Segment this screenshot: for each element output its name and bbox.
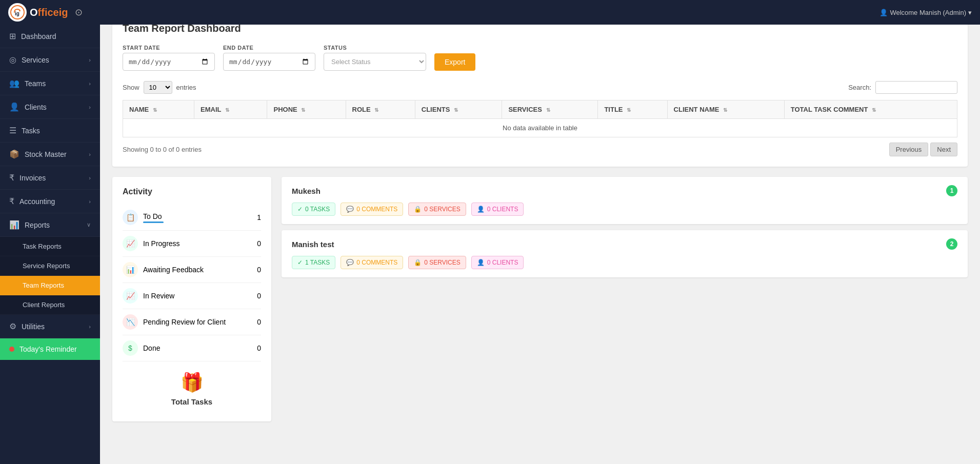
sidebar-item-service-reports[interactable]: Service Reports	[0, 256, 100, 276]
todo-count: 1	[257, 213, 261, 221]
mukesh-services-badge: 🔒 0 SERVICES	[408, 203, 466, 216]
sidebar-label-accounting: Accounting	[19, 197, 55, 206]
in-progress-icon: 📈	[123, 236, 138, 251]
user-icon: 👤	[879, 9, 888, 16]
sidebar-item-accounting[interactable]: ₹ Accounting ›	[0, 190, 100, 213]
accounting-icon: ₹	[9, 196, 14, 206]
manish-name: Manish test	[292, 240, 334, 249]
col-phone[interactable]: PHONE ⇅	[267, 100, 346, 119]
todo-icon: 📋	[123, 210, 138, 225]
mukesh-tasks-badge: ✓ 0 TASKS	[292, 203, 335, 216]
navbar: ig Officeig ⊙ 👤 Welcome Manish (Admin) ▾	[0, 0, 980, 25]
status-group: STATUS Select Status	[324, 45, 426, 71]
sidebar-item-clients[interactable]: 👤 Clients ›	[0, 95, 100, 119]
manish-services-badge: 🔒 0 SERVICES	[408, 256, 466, 269]
sidebar-item-utilities[interactable]: ⚙ Utilities ›	[0, 315, 100, 338]
mukesh-stats: ✓ 0 TASKS 💬 0 COMMENTS 🔒 0 SERVICES 👤 0 …	[292, 203, 957, 216]
col-client-name[interactable]: CLIENT NAME ⇅	[667, 100, 784, 119]
sidebar-label-clients: Clients	[25, 103, 47, 111]
invoices-icon: ₹	[9, 173, 14, 183]
comments-icon: 💬	[346, 206, 354, 213]
sidebar-label-teams: Teams	[25, 79, 46, 88]
col-total-task-comment[interactable]: TOTAL TASK COMMENT ⇅	[784, 100, 957, 119]
pending-review-icon: 📉	[123, 314, 138, 330]
manish-badge: 2	[946, 238, 957, 250]
sidebar-item-team-reports[interactable]: Team Reports	[0, 276, 100, 295]
todo-label: To Do	[143, 212, 164, 220]
reminder-dot	[9, 347, 14, 352]
awaiting-count: 0	[257, 266, 261, 274]
sidebar-label-tasks: Tasks	[22, 127, 40, 135]
sidebar-item-dashboard[interactable]: ⊞ Dashboard	[0, 25, 100, 48]
sidebar-item-tasks[interactable]: ☰ Tasks	[0, 119, 100, 143]
in-review-label: In Review	[143, 292, 174, 300]
clients-chevron: ›	[89, 104, 91, 110]
mukesh-name: Mukesh	[292, 187, 321, 195]
sidebar-item-services[interactable]: ◎ Services ›	[0, 48, 100, 72]
next-button[interactable]: Next	[930, 143, 957, 156]
utilities-icon: ⚙	[9, 321, 16, 331]
start-date-input[interactable]	[123, 53, 215, 71]
teams-chevron: ›	[89, 80, 91, 87]
showing-text: Showing 0 to 0 of 0 entries	[123, 146, 202, 153]
invoices-chevron: ›	[89, 175, 91, 181]
manish-tasks-check-icon: ✓	[297, 259, 303, 266]
manish-comments-badge: 💬 0 COMMENTS	[341, 256, 403, 269]
sidebar-label-services: Services	[22, 56, 49, 64]
stock-icon: 📦	[9, 149, 19, 159]
clients-person-icon: 👤	[477, 206, 485, 213]
search-control: Search:	[848, 81, 957, 94]
col-clients[interactable]: CLIENTS ⇅	[415, 100, 502, 119]
todo-bar	[143, 221, 164, 223]
services-chevron: ›	[89, 57, 91, 63]
mukesh-header: Mukesh 1	[292, 185, 957, 196]
pending-review-label: Pending Review for Client	[143, 318, 226, 326]
gift-icon: 🎁	[123, 372, 261, 393]
table-empty-row: No data available in table	[123, 119, 957, 137]
manish-comments-icon: 💬	[346, 259, 354, 266]
user-chevron: ▾	[968, 9, 972, 16]
filters-row: START DATE END DATE STATUS Select Status…	[123, 45, 957, 71]
status-select[interactable]: Select Status	[324, 53, 426, 71]
sidebar-item-reminder[interactable]: Today's Reminder	[0, 338, 100, 360]
dashboard-icon: ⊞	[9, 31, 16, 41]
col-role[interactable]: ROLE ⇅	[346, 100, 415, 119]
reports-submenu: Task Reports Service Reports Team Report…	[0, 237, 100, 315]
sidebar-item-reports[interactable]: 📊 Reports ∨	[0, 213, 100, 237]
table-footer: Showing 0 to 0 of 0 entries Previous Nex…	[123, 143, 957, 156]
manish-comments-label: 0 COMMENTS	[356, 259, 397, 266]
sidebar-item-teams[interactable]: 👥 Teams ›	[0, 72, 100, 95]
export-button[interactable]: Export	[434, 53, 475, 71]
bottom-row: Activity 📋 To Do 1 📈 In Progress	[112, 177, 968, 432]
search-label: Search:	[848, 84, 871, 91]
col-email[interactable]: EMAIL ⇅	[194, 100, 267, 119]
user-menu[interactable]: 👤 Welcome Manish (Admin) ▾	[879, 9, 972, 16]
mukesh-tasks-label: 0 TASKS	[305, 206, 330, 213]
show-label: Show	[123, 84, 139, 91]
activity-title: Activity	[123, 187, 261, 196]
start-date-label: START DATE	[123, 45, 215, 51]
main-content: Team Report Dashboard START DATE END DAT…	[100, 0, 980, 444]
prev-button[interactable]: Previous	[889, 143, 929, 156]
col-name[interactable]: NAME ⇅	[123, 100, 194, 119]
in-review-icon: 📈	[123, 288, 138, 304]
sidebar-item-invoices[interactable]: ₹ Invoices ›	[0, 166, 100, 190]
entries-control: Show 10 25 50 100 entries	[123, 81, 196, 94]
sidebar-item-client-reports[interactable]: Client Reports	[0, 295, 100, 315]
table-controls: Show 10 25 50 100 entries Search:	[123, 81, 957, 94]
pagination: Previous Next	[889, 143, 957, 156]
entries-select[interactable]: 10 25 50 100	[144, 81, 172, 94]
gift-section: 🎁 Total Tasks	[123, 361, 261, 411]
col-title[interactable]: TITLE ⇅	[598, 100, 667, 119]
sidebar-item-task-reports[interactable]: Task Reports	[0, 237, 100, 256]
accounting-chevron: ›	[89, 198, 91, 205]
col-services[interactable]: SERVICES ⇅	[502, 100, 598, 119]
team-cards: Mukesh 1 ✓ 0 TASKS 💬 0 COMMENTS 🔒 0 SERV…	[282, 177, 968, 432]
awaiting-icon: 📊	[123, 262, 138, 277]
search-input[interactable]	[875, 81, 957, 94]
settings-icon[interactable]: ⊙	[75, 7, 83, 18]
sidebar-item-stock-master[interactable]: 📦 Stock Master ›	[0, 143, 100, 166]
end-date-input[interactable]	[223, 53, 315, 71]
status-label: STATUS	[324, 45, 426, 51]
done-icon: $	[123, 340, 138, 356]
